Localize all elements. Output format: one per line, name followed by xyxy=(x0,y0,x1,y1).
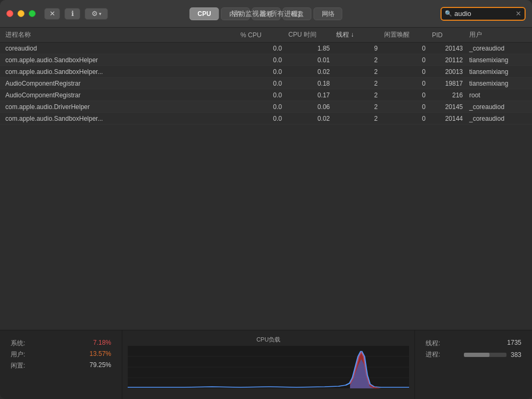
chart-title: CPU负载 xyxy=(256,336,280,344)
td-cpu-time: 0.17 xyxy=(285,92,333,99)
search-input[interactable] xyxy=(454,10,508,18)
td-pid: 20145 xyxy=(429,103,466,111)
traffic-lights xyxy=(6,10,36,17)
info-button[interactable]: ℹ xyxy=(64,8,80,20)
table-row[interactable]: AudioComponentRegistrar 0.0 0.17 2 0 216… xyxy=(0,89,532,101)
close-button[interactable] xyxy=(6,10,13,17)
table-header: 进程名称 % CPU CPU 时间 线程 ↓ 闲置唤醒 PID 用户 xyxy=(0,28,532,43)
stat-label-idle: 闲置: xyxy=(11,361,25,370)
td-user: _coreaudiod xyxy=(466,45,530,52)
td-idle-wake: 0 xyxy=(381,56,429,64)
td-user: tiansemixiang xyxy=(466,68,530,76)
titlebar-controls: ✕ ℹ ⚙ ▾ xyxy=(44,8,108,20)
main-content: 进程名称 % CPU CPU 时间 线程 ↓ 闲置唤醒 PID 用户 xyxy=(0,28,532,330)
td-threads: 2 xyxy=(333,115,381,122)
table-row[interactable]: coreaudiod 0.0 1.85 9 0 20143 _coreaudio… xyxy=(0,43,532,54)
td-user: root xyxy=(466,92,530,99)
th-idle-wake[interactable]: 闲置唤醒 xyxy=(381,30,429,39)
td-pid: 20144 xyxy=(429,115,466,122)
th-cpu-time[interactable]: CPU 时间 xyxy=(285,30,333,39)
stat-value-threads: 1735 xyxy=(507,339,521,348)
tab-network[interactable]: 网络 xyxy=(314,7,343,20)
search-icon: 🔍 xyxy=(445,10,452,17)
table-row[interactable]: com.apple.audio.SandboxHelper... 0.0 0.0… xyxy=(0,66,532,78)
stat-row-threads: 线程: 1735 xyxy=(426,339,521,348)
td-name: com.apple.audio.SandboxHelper xyxy=(2,56,237,64)
td-idle-wake: 0 xyxy=(381,103,429,111)
search-clear-button[interactable]: ✕ xyxy=(516,10,521,18)
chart-area xyxy=(128,346,409,394)
right-stats-section: 线程: 1735 进程: 383 xyxy=(415,330,532,399)
td-idle-wake: 0 xyxy=(381,80,429,87)
stop-icon: ✕ xyxy=(49,10,55,18)
td-cpu-pct: 0.0 xyxy=(237,80,285,87)
td-cpu-pct: 0.0 xyxy=(237,68,285,76)
th-threads[interactable]: 线程 ↓ xyxy=(333,30,381,39)
tab-cpu[interactable]: CPU xyxy=(189,7,219,20)
cpu-chart xyxy=(128,346,409,388)
td-pid: 19817 xyxy=(429,80,466,87)
td-threads: 2 xyxy=(333,103,381,111)
gear-button[interactable]: ⚙ ▾ xyxy=(85,8,108,20)
chevron-down-icon: ▾ xyxy=(99,11,102,16)
maximize-button[interactable] xyxy=(29,10,36,17)
stat-value-user: 13.57% xyxy=(89,350,111,359)
td-pid: 20112 xyxy=(429,56,466,64)
stat-label-system: 系统: xyxy=(11,339,25,348)
process-value-container: 383 xyxy=(464,350,521,359)
td-pid: 20143 xyxy=(429,45,466,52)
cpu-stats-section: 系统: 7.18% 用户: 13.57% 闲置: 79.25% xyxy=(0,330,122,399)
td-name: AudioComponentRegistrar xyxy=(2,80,237,87)
table-body: coreaudiod 0.0 1.85 9 0 20143 _coreaudio… xyxy=(0,43,532,330)
td-threads: 2 xyxy=(333,80,381,87)
stat-value-idle: 79.25% xyxy=(89,361,111,370)
stop-button[interactable]: ✕ xyxy=(44,8,60,20)
stat-label-threads: 线程: xyxy=(426,339,440,348)
th-cpu-pct[interactable]: % CPU xyxy=(237,31,285,39)
process-progress-fill xyxy=(464,353,489,357)
td-cpu-time: 0.18 xyxy=(285,80,333,87)
stat-value-processes: 383 xyxy=(511,351,521,359)
td-cpu-pct: 0.0 xyxy=(237,45,285,52)
td-user: tiansemixiang xyxy=(466,80,530,87)
td-threads: 2 xyxy=(333,92,381,99)
search-box: 🔍 ✕ xyxy=(440,7,526,21)
process-progress-bar xyxy=(464,353,506,357)
td-user: tiansemixiang xyxy=(466,56,530,64)
table-row[interactable]: com.apple.audio.SandboxHelper 0.0 0.01 2… xyxy=(0,54,532,66)
td-pid: 20013 xyxy=(429,68,466,76)
stat-label-processes: 进程: xyxy=(426,350,440,359)
td-name: coreaudiod xyxy=(2,45,237,52)
table-row[interactable]: com.apple.audio.DriverHelper 0.0 0.06 2 … xyxy=(0,101,532,113)
td-cpu-time: 0.02 xyxy=(285,68,333,76)
stat-row-user: 用户: 13.57% xyxy=(11,350,111,359)
main-window: ✕ ℹ ⚙ ▾ CPU 内存 能耗 磁盘 网 xyxy=(0,0,532,399)
td-cpu-time: 0.01 xyxy=(285,56,333,64)
th-user[interactable]: 用户 xyxy=(466,30,530,39)
td-name: com.apple.audio.DriverHelper xyxy=(2,103,237,111)
minimize-button[interactable] xyxy=(18,10,24,17)
table-row[interactable]: AudioComponentRegistrar 0.0 0.18 2 0 198… xyxy=(0,78,532,89)
td-pid: 216 xyxy=(429,92,466,99)
td-name: com.apple.audio.SandboxHelper... xyxy=(2,115,237,122)
gear-icon: ⚙ xyxy=(92,10,98,18)
table-row[interactable]: com.apple.audio.SandboxHelper... 0.0 0.0… xyxy=(0,113,532,124)
th-name[interactable]: 进程名称 xyxy=(2,30,237,39)
stat-label-user: 用户: xyxy=(11,350,25,359)
stat-row-processes: 进程: 383 xyxy=(426,350,521,359)
td-idle-wake: 0 xyxy=(381,45,429,52)
td-idle-wake: 0 xyxy=(381,115,429,122)
stat-row-idle: 闲置: 79.25% xyxy=(11,361,111,370)
td-idle-wake: 0 xyxy=(381,68,429,76)
stat-row-system: 系统: 7.18% xyxy=(11,339,111,348)
td-idle-wake: 0 xyxy=(381,92,429,99)
cpu-chart-section: CPU负载 xyxy=(122,330,415,399)
td-cpu-time: 1.85 xyxy=(285,45,333,52)
td-cpu-pct: 0.0 xyxy=(237,56,285,64)
td-cpu-time: 0.02 xyxy=(285,115,333,122)
td-cpu-pct: 0.0 xyxy=(237,103,285,111)
bottom-panel: 系统: 7.18% 用户: 13.57% 闲置: 79.25% CPU负载 xyxy=(0,330,532,399)
td-cpu-time: 0.06 xyxy=(285,103,333,111)
th-pid[interactable]: PID xyxy=(429,31,466,39)
td-name: com.apple.audio.SandboxHelper... xyxy=(2,68,237,76)
